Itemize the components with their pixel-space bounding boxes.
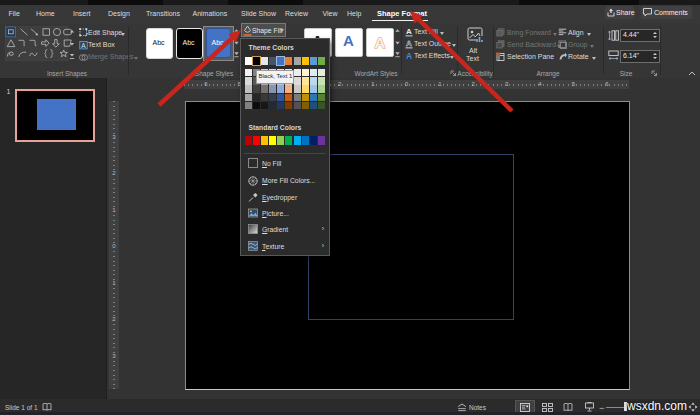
svg-text:A: A <box>375 34 386 51</box>
svg-text:A: A <box>81 42 86 49</box>
svg-text:A: A <box>406 27 412 36</box>
svg-text:A: A <box>405 51 411 61</box>
svg-text:A: A <box>406 39 412 48</box>
